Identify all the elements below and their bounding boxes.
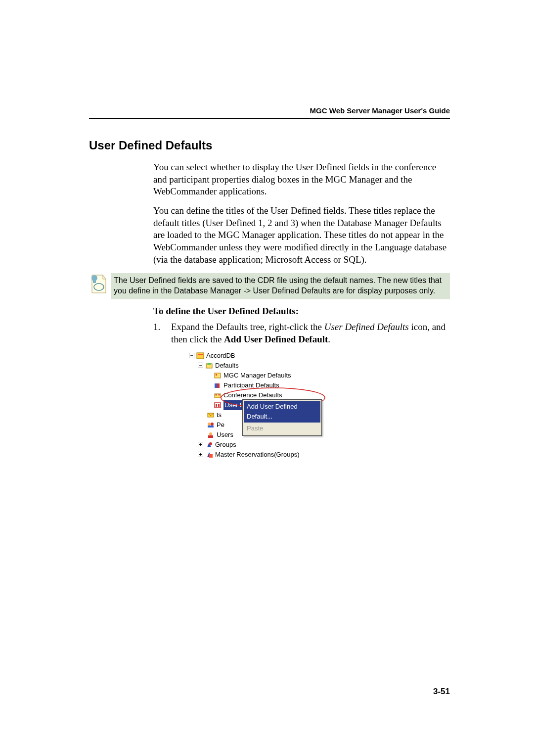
- svg-point-13: [219, 394, 220, 395]
- header-rule: [89, 118, 450, 119]
- svg-rect-9: [215, 383, 217, 388]
- tree-row-groups: + Groups: [189, 440, 337, 450]
- menu-item-paste-disabled: Paste: [244, 423, 320, 434]
- expand-icon: +: [198, 452, 203, 457]
- tree-label-master: Master Reservations(Groups): [215, 450, 300, 460]
- collapse-icon: −: [198, 363, 203, 368]
- section-title: User Defined Defaults: [89, 139, 450, 152]
- context-menu: Add User Defined Default... Paste: [242, 399, 322, 436]
- user-defined-defaults-icon: [214, 402, 222, 409]
- svg-point-19: [211, 423, 214, 425]
- tree-label-users: Users: [217, 430, 233, 440]
- tree-item-icon: [207, 422, 215, 428]
- tree-view-screenshot: − AccordDB − Defaults: [189, 351, 337, 460]
- tree-row-master: + Master Reservations(Groups): [189, 450, 337, 460]
- para-intro-2: You can define the titles of the User De…: [153, 205, 450, 266]
- svg-point-12: [216, 394, 217, 395]
- svg-rect-4: [197, 353, 204, 359]
- tree-label-conference: Conference Defaults: [223, 390, 282, 400]
- conference-defaults-icon: [214, 392, 222, 399]
- defaults-icon: [205, 362, 213, 369]
- tree-label-mgc: MGC Manager Defaults: [223, 371, 291, 380]
- tree-item-icon: [207, 412, 215, 419]
- step-1-bold: Add User Defined Default: [224, 334, 328, 344]
- expand-icon: +: [198, 442, 203, 447]
- tree-row-defaults: − Defaults: [189, 361, 337, 371]
- tree-label-root: AccordDB: [206, 351, 235, 361]
- note-text: The User Defined fields are saved to the…: [111, 273, 450, 299]
- svg-rect-5: [198, 354, 203, 355]
- step-1: 1. Expand the Defaults tree, right-click…: [153, 321, 450, 459]
- tree-row-participant: Participant Defaults: [189, 380, 337, 390]
- svg-rect-15: [216, 404, 217, 407]
- svg-rect-22: [208, 435, 213, 438]
- svg-rect-20: [208, 425, 214, 427]
- tree-label-ts: ts: [217, 410, 222, 420]
- tree-label-groups: Groups: [215, 440, 236, 450]
- para-intro-1: You can select whether to display the Us…: [153, 161, 450, 198]
- tree-row-mgc: MGC Manager Defaults: [189, 371, 337, 380]
- svg-rect-8: [216, 374, 217, 376]
- svg-rect-7: [215, 373, 221, 378]
- tree-label-defaults: Defaults: [215, 361, 239, 371]
- collapse-icon: −: [189, 353, 194, 358]
- svg-rect-10: [217, 383, 220, 388]
- svg-point-18: [208, 423, 211, 425]
- menu-item-add-user-defined-default[interactable]: Add User Defined Default...: [244, 401, 320, 423]
- database-icon: [196, 352, 204, 359]
- mgc-defaults-icon: [214, 372, 222, 379]
- svg-rect-1: [93, 278, 96, 283]
- note-icon: [89, 273, 107, 295]
- step-1-text-a: Expand the Defaults tree, right-click th…: [171, 322, 324, 332]
- step-1-italic: User Defined Defaults: [324, 322, 409, 332]
- procedure-heading: To define the User Defined Defaults:: [153, 305, 450, 318]
- groups-icon: [205, 441, 213, 448]
- participant-defaults-icon: [214, 382, 222, 389]
- master-reservations-icon: [205, 451, 213, 458]
- tree-label-pe: Pe: [217, 420, 224, 430]
- tree-row-conference: Conference Defaults: [189, 390, 337, 400]
- tree-row-root: − AccordDB: [189, 351, 337, 361]
- tree-label-participant: Participant Defaults: [223, 380, 279, 390]
- step-1-text-c: .: [328, 334, 330, 344]
- step-number: 1.: [153, 321, 160, 333]
- svg-rect-16: [218, 404, 220, 407]
- page-number: 3-51: [433, 687, 450, 697]
- svg-rect-24: [209, 454, 213, 458]
- svg-point-21: [209, 432, 212, 435]
- svg-point-23: [209, 442, 212, 445]
- svg-rect-14: [215, 403, 221, 408]
- header-guide-title: MGC Web Server Manager User's Guide: [310, 106, 450, 115]
- users-icon: [207, 431, 215, 438]
